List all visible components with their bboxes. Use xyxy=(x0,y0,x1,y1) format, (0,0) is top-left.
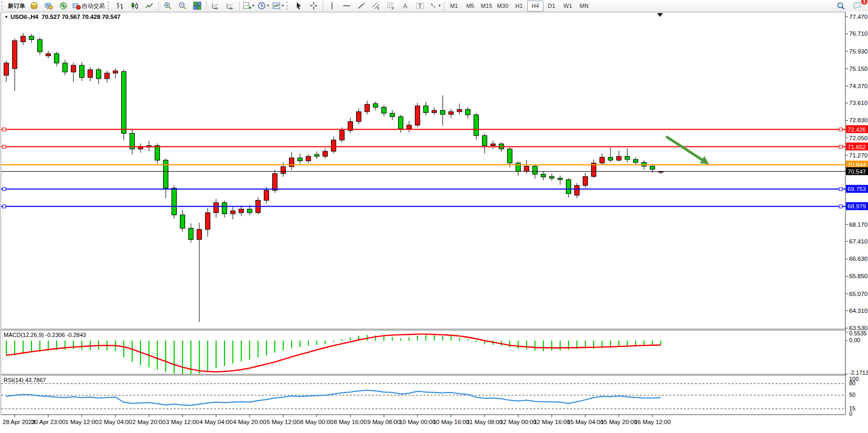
candle-bullish xyxy=(306,156,311,161)
macd-axis-label: 0.5535 xyxy=(849,330,867,336)
candle-bullish xyxy=(357,112,361,122)
line-handle[interactable] xyxy=(839,145,842,149)
search-button[interactable] xyxy=(833,0,848,12)
chart-window[interactable]: 77.47076.71075.93075.15074.37073.61072.8… xyxy=(0,12,868,433)
zoom-out-button[interactable] xyxy=(175,0,190,12)
toolbar-separator xyxy=(239,2,240,10)
candle-bearish xyxy=(189,228,194,239)
svg-text:T: T xyxy=(419,3,422,9)
timeframe-w1[interactable]: W1 xyxy=(560,1,576,12)
fibonacci-icon: F xyxy=(387,2,395,10)
candlesticks-icon xyxy=(131,2,139,10)
price-tick-label: 73.610 xyxy=(849,100,867,106)
chart-shift-button[interactable] xyxy=(223,0,238,12)
chart-title[interactable]: ▼USOil-,H4 70.527 70.567 70.428 70.547 xyxy=(4,14,121,20)
candle-bullish xyxy=(113,71,118,73)
price-tick-label: 64.310 xyxy=(849,308,867,314)
new-order-button[interactable]: 新订单 xyxy=(6,0,27,12)
timeframe-h4[interactable]: H4 xyxy=(527,1,543,12)
candle-bearish xyxy=(29,36,34,39)
price-tick-label: 72.050 xyxy=(849,135,867,141)
line-chart-button[interactable] xyxy=(142,0,157,12)
time-axis-label: 4 May 04:00 xyxy=(199,419,232,425)
terminal-icon-button[interactable] xyxy=(41,0,56,12)
time-axis-label: 15 May 04:00 xyxy=(567,419,604,425)
candle-bearish xyxy=(424,106,428,113)
arrows-button[interactable]: ▾ xyxy=(427,0,442,12)
zoom-in-button[interactable] xyxy=(160,0,175,12)
time-axis-label: 30 Apr 23:00 xyxy=(31,419,65,425)
candle-bullish xyxy=(407,125,412,129)
timeframe-h1[interactable]: H1 xyxy=(511,1,527,12)
price-tick-label: 66.630 xyxy=(849,256,867,262)
vertical-line-button[interactable] xyxy=(325,0,339,12)
candle-bearish xyxy=(248,209,252,213)
candle-bullish xyxy=(415,106,420,125)
time-axis-label: 5 May 12:00 xyxy=(266,419,299,425)
price-tick-label: 76.710 xyxy=(849,30,867,37)
autotrade-button[interactable]: 自动交易 xyxy=(71,0,106,12)
rsi-axis-label: 80 xyxy=(849,380,855,386)
toolbar-grip xyxy=(108,2,112,10)
line-handle[interactable] xyxy=(839,187,842,191)
line-handle[interactable] xyxy=(839,128,842,131)
candlesticks-button[interactable] xyxy=(127,0,142,12)
crosshair-icon xyxy=(309,2,318,10)
toolbar-grip xyxy=(1,2,5,10)
chart-dropdown-icon[interactable]: ▼ xyxy=(4,15,8,19)
price-tick-label: 65.070 xyxy=(849,291,867,297)
chart-ohlc-values: 70.527 70.567 70.428 70.547 xyxy=(41,14,120,20)
timeframe-m30[interactable]: M30 xyxy=(495,1,511,12)
crosshair-button[interactable] xyxy=(306,0,321,12)
news-button[interactable]: 1 xyxy=(850,0,865,12)
toolbar-separator xyxy=(158,2,159,10)
tile-windows-icon xyxy=(193,2,201,10)
rsi-indicator-label: RSI(14) 43.7867 xyxy=(4,377,46,383)
candle-bullish xyxy=(524,166,529,172)
fibonacci-button[interactable]: F xyxy=(383,0,398,12)
time-axis-label: 11 May 08:00 xyxy=(467,419,503,425)
price-tag-label: 71.652 xyxy=(848,144,866,150)
chart-shift-marker[interactable] xyxy=(657,13,663,17)
auto-scroll-button[interactable] xyxy=(208,0,223,12)
timeframe-mn[interactable]: MN xyxy=(576,1,592,12)
equidistant-channel-button[interactable]: E xyxy=(369,0,383,12)
add-indicator-button[interactable]: ▾ xyxy=(241,0,256,12)
line-handle[interactable] xyxy=(839,205,842,208)
trendline-button[interactable] xyxy=(354,0,369,12)
chart-canvas[interactable]: 77.47076.71075.93075.15074.37073.61072.8… xyxy=(0,12,868,433)
candle-bullish xyxy=(432,110,437,112)
svg-text:A: A xyxy=(403,3,408,10)
signal-icon-button[interactable] xyxy=(56,0,71,12)
timeframe-m15[interactable]: M15 xyxy=(478,1,495,12)
candle-bullish xyxy=(331,140,336,151)
horizontal-line-button[interactable] xyxy=(339,0,354,12)
chart-shift-icon xyxy=(226,2,234,10)
timeframe-m5[interactable]: M5 xyxy=(462,1,478,12)
price-tick-label: 72.830 xyxy=(849,117,867,123)
candle-bullish xyxy=(491,144,496,145)
line-handle[interactable] xyxy=(3,187,6,191)
text-button[interactable]: A xyxy=(398,0,413,12)
line-handle[interactable] xyxy=(3,205,6,208)
ohlc-bars-button[interactable] xyxy=(113,0,127,12)
timeframe-d1[interactable]: D1 xyxy=(543,1,560,12)
auto-scroll-icon xyxy=(211,2,220,10)
trend-arrow[interactable] xyxy=(666,136,702,160)
coins-icon-button[interactable] xyxy=(27,0,41,12)
toolbar-separator xyxy=(323,2,323,10)
toolbar-separator xyxy=(444,2,444,10)
macd-axis-label: -2.1713 xyxy=(849,369,868,376)
cursor-button[interactable] xyxy=(292,0,306,12)
periods-button[interactable]: ▾ xyxy=(256,0,271,12)
line-handle[interactable] xyxy=(3,145,6,149)
zoom-out-icon xyxy=(178,2,187,10)
tile-windows-button[interactable] xyxy=(190,0,205,12)
candle-bullish xyxy=(600,157,605,163)
line-handle[interactable] xyxy=(3,128,6,131)
candle-bullish xyxy=(239,209,244,213)
text-label-button[interactable]: T xyxy=(413,0,427,12)
timeframe-m1[interactable]: M1 xyxy=(446,1,462,12)
main-toolbar: 新订单 自动交易 xyxy=(0,0,868,12)
templates-button[interactable]: ▾ xyxy=(271,0,285,12)
